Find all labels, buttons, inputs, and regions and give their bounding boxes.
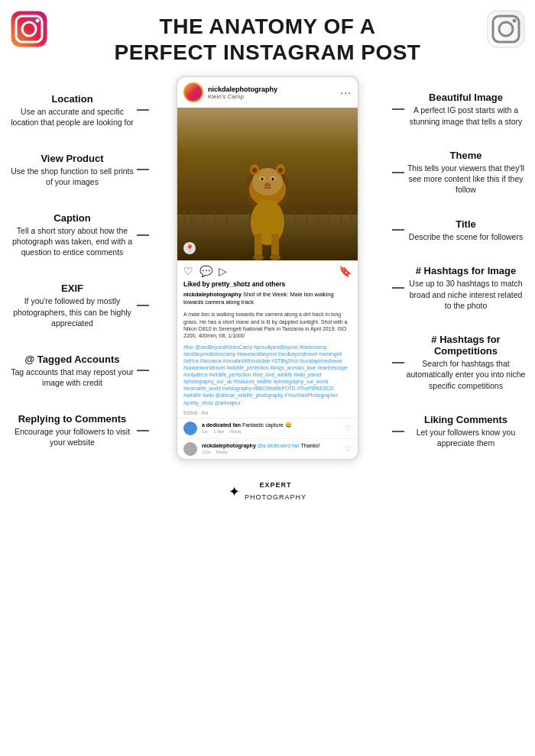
- post-edited-label: Edited · 6w: [177, 409, 358, 418]
- annotation-title-title: Title: [406, 218, 526, 230]
- comment-2-heart-icon[interactable]: ♡: [345, 444, 352, 453]
- annotation-replying-desc: Encourage your followers to visit your w…: [9, 426, 135, 447]
- ig-action-bar: ♡ 💬 ▷ 🔖: [177, 260, 358, 280]
- comment-1-avatar: [183, 422, 197, 435]
- annotation-liking: Liking Comments Let your followers know …: [406, 414, 526, 448]
- more-options-icon[interactable]: ···: [340, 86, 352, 99]
- annotation-view-product-desc: Use the shop function to sell prints of …: [9, 166, 135, 187]
- brand-name: EXPERT: [245, 482, 306, 489]
- annotation-title: Title Describe the scene for followers: [406, 218, 526, 242]
- main-layout: Location Use an accurate and specific lo…: [0, 73, 535, 472]
- svg-point-7: [513, 19, 517, 23]
- comment-1-username: a dedicated fan: [202, 422, 241, 428]
- annotation-caption: Caption Tell a short story about how the…: [9, 212, 135, 258]
- annotation-view-product: View Product Use the shop function to se…: [9, 153, 135, 187]
- brand-sub: PHOTOGRAPHY: [245, 493, 306, 501]
- post-caption: nickdalephotography Shot of the Week: Ma…: [177, 291, 358, 309]
- heart-icon[interactable]: ♡: [183, 265, 193, 277]
- annotation-tagged: @ Tagged Accounts Tag accounts that may …: [9, 354, 135, 388]
- annotation-location: Location Use an accurate and specific lo…: [9, 93, 135, 128]
- annotation-replying: Replying to Comments Encourage your foll…: [9, 413, 135, 447]
- annotation-liking-desc: Let your followers know you appreciate t…: [406, 427, 526, 448]
- comment-1-content: a dedicated fan Fantastic capture 😀 1w 1…: [202, 422, 340, 434]
- instagram-logo-left: [9, 9, 49, 52]
- comment-1-meta: 1w 1 like Reply: [202, 429, 340, 434]
- annotation-beautiful-image: Beautiful Image A perfect IG post starts…: [406, 92, 526, 126]
- ig-user-info: nickdalephotography Klein's Camp: [183, 82, 277, 102]
- annotation-hashtags-image-desc: Use up to 30 hashtags to match broad and…: [406, 278, 526, 311]
- annotation-location-title: Location: [9, 93, 135, 105]
- comment-2-meta: 13w Reply: [202, 450, 340, 454]
- header: THE ANATOMY OF A PERFECT INSTAGRAM POST: [0, 0, 535, 73]
- comment-2-username: nickdalephotography: [202, 443, 256, 448]
- annotation-hashtags-image-title: # Hashtags for Image: [406, 265, 526, 276]
- annotation-tagged-title: @ Tagged Accounts: [9, 354, 135, 365]
- post-body-text: A male lion is walking towards the camer…: [177, 309, 358, 341]
- instagram-post-mockup: nickdalephotography Klein's Camp ···: [176, 76, 359, 460]
- annotation-theme: Theme This tells your viewers that they'…: [406, 150, 526, 195]
- comment-2-content: nickdalephotography @a dedicated fan Tha…: [202, 442, 340, 454]
- annotation-location-desc: Use an accurate and specific location th…: [9, 106, 135, 128]
- post-image: 📍: [177, 108, 358, 260]
- post-hashtags: #lion @andBeyondKleinsCamp #proudlyandBe…: [177, 342, 358, 409]
- comment-2: nickdalephotography @a dedicated fan Tha…: [177, 438, 358, 459]
- caption-username: nickdalephotography: [183, 291, 242, 298]
- annotation-tagged-desc: Tag accounts that may repost your image …: [9, 367, 135, 388]
- comment-2-text: nickdalephotography @a dedicated fan Tha…: [202, 442, 340, 449]
- annotation-exif-desc: If you're followed by mostly photographe…: [9, 296, 135, 328]
- page-title: THE ANATOMY OF A PERFECT INSTAGRAM POST: [61, 14, 474, 65]
- comment-1-reply[interactable]: Reply: [230, 429, 242, 434]
- annotation-theme-title: Theme: [406, 150, 526, 161]
- post-location: Klein's Camp: [208, 93, 277, 100]
- annotation-beautiful-image-title: Beautiful Image: [406, 92, 526, 103]
- annotation-hashtags-competitions: # Hashtags for Competitions Search for h…: [406, 334, 526, 391]
- center-phone-col: nickdalephotography Klein's Camp ···: [141, 73, 394, 460]
- annotation-theme-desc: This tells your viewers that they'll see…: [406, 163, 526, 195]
- annotation-hashtags-competitions-desc: Search for hashtags that automatically e…: [406, 358, 526, 391]
- annotation-title-desc: Describe the scene for followers: [406, 231, 526, 242]
- avatar: [183, 82, 203, 102]
- annotation-beautiful-image-desc: A perfect IG post starts with a stunning…: [406, 105, 526, 126]
- annotation-exif-title: EXIF: [9, 283, 135, 294]
- annotation-hashtags-competitions-title: # Hashtags for Competitions: [406, 334, 526, 357]
- annotation-caption-desc: Tell a short story about how the photogr…: [9, 225, 135, 258]
- annotation-view-product-title: View Product: [9, 153, 135, 164]
- annotation-caption-title: Caption: [9, 212, 135, 224]
- comment-2-time: 13w: [202, 450, 210, 454]
- annotation-exif: EXIF If you're followed by mostly photog…: [9, 283, 135, 328]
- comment-1-heart-icon[interactable]: ♡: [345, 424, 352, 432]
- annotation-liking-title: Liking Comments: [406, 414, 526, 425]
- annotation-hashtags-image: # Hashtags for Image Use up to 30 hashta…: [406, 265, 526, 311]
- svg-point-3: [36, 19, 40, 23]
- left-annotations: Location Use an accurate and specific lo…: [0, 73, 141, 460]
- ig-action-left: ♡ 💬 ▷: [183, 265, 227, 277]
- likes-count: Liked by pretty_shotz and others: [177, 280, 358, 291]
- comment-2-reply[interactable]: Reply: [216, 450, 228, 454]
- comment-1-likes: 1 like: [213, 429, 224, 434]
- share-icon[interactable]: ▷: [219, 265, 227, 277]
- comment-icon[interactable]: 💬: [199, 265, 212, 277]
- brand-logo-icon: ✦: [229, 483, 240, 500]
- bookmark-icon[interactable]: 🔖: [339, 265, 352, 277]
- footer-brand: ✦ EXPERT PHOTOGRAPHY: [0, 473, 535, 509]
- svg-rect-43: [177, 108, 358, 260]
- annotation-replying-title: Replying to Comments: [9, 413, 135, 425]
- user-details: nickdalephotography Klein's Camp: [208, 86, 277, 100]
- username: nickdalephotography: [208, 86, 277, 93]
- comment-2-avatar: [183, 442, 197, 456]
- comment-1-text: a dedicated fan Fantastic capture 😀: [202, 422, 340, 428]
- location-pin-icon: 📍: [183, 242, 196, 254]
- ig-post-header: nickdalephotography Klein's Camp ···: [177, 77, 358, 108]
- brand-text-block: EXPERT PHOTOGRAPHY: [245, 482, 306, 502]
- instagram-logo-right: [486, 9, 526, 52]
- right-annotations: Beautiful Image A perfect IG post starts…: [394, 73, 535, 460]
- comment-1-time: 1w: [202, 429, 208, 434]
- comment-1: a dedicated fan Fantastic capture 😀 1w 1…: [177, 418, 358, 438]
